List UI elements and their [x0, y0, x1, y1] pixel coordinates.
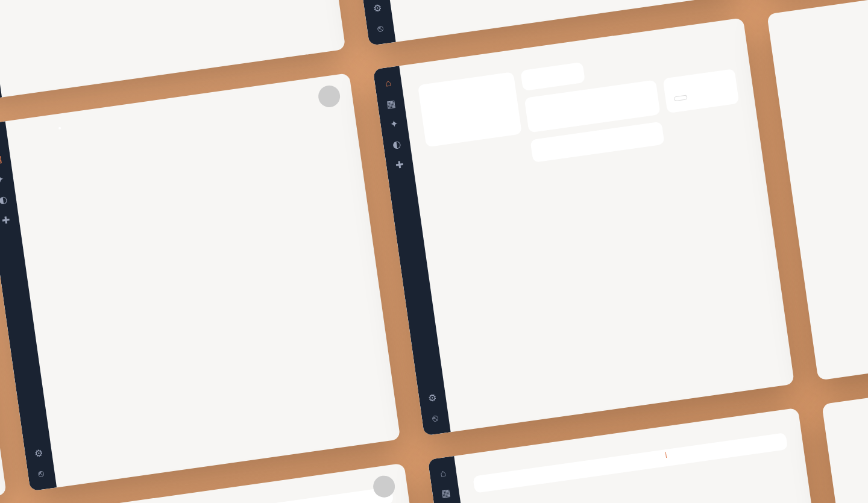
task-name-header	[482, 473, 554, 484]
settings-icon[interactable]: ⚙	[427, 393, 438, 404]
team-icon[interactable]: ◐	[391, 139, 402, 149]
calendar-icon[interactable]: ▦	[0, 154, 2, 164]
add-more-button[interactable]	[674, 95, 688, 102]
add-icon[interactable]: ✚	[0, 214, 11, 225]
welcome-panel: ⌂ ▦ ✦ ◐ ✚ ⚙ ⎋	[373, 18, 794, 436]
calendar-icon[interactable]: ▦	[386, 98, 397, 109]
home-icon[interactable]: ⌂	[383, 78, 394, 89]
team-directory-card	[418, 72, 522, 147]
team-icon[interactable]: ◐	[0, 194, 8, 205]
settings-icon[interactable]: ⚙	[373, 3, 383, 14]
settings-icon[interactable]: ⚙	[33, 448, 44, 458]
project-directory-card	[662, 69, 739, 113]
home-icon[interactable]: ⌂	[438, 467, 448, 478]
calendar-icon[interactable]: ▦	[441, 488, 451, 499]
logout-icon[interactable]: ⎋	[430, 413, 441, 423]
add-icon[interactable]: ✚	[394, 159, 405, 170]
view-toggle[interactable]	[58, 127, 61, 130]
mini-calendar[interactable]	[520, 62, 585, 91]
today-line	[665, 452, 666, 458]
projects-icon[interactable]: ✦	[0, 174, 5, 185]
projects-icon[interactable]: ✦	[389, 119, 400, 130]
logout-icon[interactable]: ⎋	[375, 23, 386, 34]
logout-icon[interactable]: ⎋	[36, 468, 47, 479]
user-avatar[interactable]	[317, 84, 342, 109]
calendar-panel: ⌂ ▦ ✦ ◐ ✚ ⚙ ⎋	[0, 73, 400, 491]
